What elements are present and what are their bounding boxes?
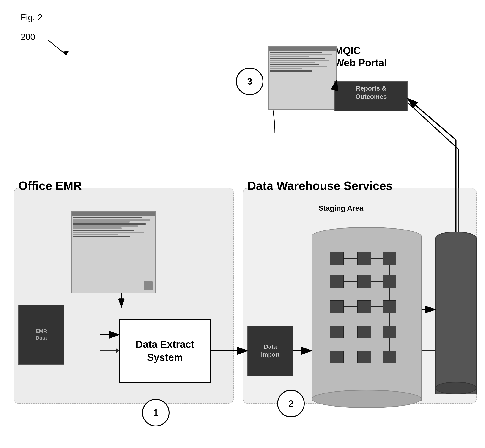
screen-line: [270, 60, 329, 61]
large-db-cylinder-bottom: [435, 382, 477, 394]
screen-line: [73, 217, 142, 218]
screen-line: [73, 225, 138, 227]
staging-square-15: [383, 351, 396, 363]
screen-content: [269, 51, 336, 72]
staging-square-14: [357, 351, 371, 363]
circle-node-1: 1: [142, 399, 170, 426]
emr-screen-mockup: [71, 211, 156, 294]
staging-square-3: [383, 252, 396, 265]
screen-line: [270, 54, 332, 55]
screen-line: [270, 52, 322, 53]
staging-square-2: [357, 252, 371, 265]
data-import-label: Data Import: [261, 343, 280, 359]
staging-square-10: [330, 326, 344, 338]
emr-screen-content: [72, 216, 155, 238]
dw-label: Data Warehouse Services: [247, 179, 393, 192]
svg-line-13: [401, 96, 458, 149]
screen-top-bar: [269, 47, 336, 51]
screen-line: [73, 232, 144, 233]
emr-source-label: EMRData: [36, 328, 47, 341]
node2-label: 2: [289, 399, 293, 409]
circle-node-2: 2: [277, 390, 305, 417]
screen-line: [73, 234, 117, 235]
data-extract-system-box: Data Extract System: [119, 319, 211, 383]
diagram-number: 200: [21, 32, 35, 42]
screen-line: [270, 58, 325, 59]
svg-marker-1: [63, 51, 69, 55]
staging-square-9: [383, 300, 396, 313]
staging-square-8: [357, 300, 371, 313]
large-db-cylinder-body: [435, 239, 477, 394]
emr-data-source-box: EMRData: [18, 305, 64, 365]
svg-line-45: [408, 99, 456, 140]
office-emr-label: Office EMR: [18, 179, 82, 192]
mqic-screen-mockup: [268, 46, 337, 110]
staging-square-12: [383, 326, 396, 338]
diagram-container: Fig. 2 200 MQIC Web Portal: [0, 0, 485, 448]
screen-line: [73, 221, 130, 223]
staging-square-4: [330, 275, 344, 288]
circle-node-3: 3: [236, 68, 264, 95]
data-import-box: Data Import: [247, 326, 293, 376]
svg-line-0: [48, 40, 66, 55]
screen-line: [270, 56, 309, 57]
screen-line: [270, 66, 327, 67]
staging-square-5: [357, 275, 371, 288]
mqic-text: MQIC Web Portal: [335, 45, 387, 68]
screen-line: [73, 227, 122, 229]
screen-icon: [144, 281, 153, 290]
staging-square-7: [330, 300, 344, 313]
screen-line: [270, 68, 302, 70]
figure-label: Fig. 2: [21, 13, 42, 23]
node1-label: 1: [153, 408, 158, 418]
staging-square-1: [330, 252, 344, 265]
screen-line: [73, 236, 130, 237]
screen-line: [73, 230, 134, 231]
staging-square-11: [357, 326, 371, 338]
screen-line: [270, 70, 312, 72]
data-extract-label: Data Extract System: [136, 338, 195, 364]
screen-line: [73, 219, 150, 221]
staging-square-13: [330, 351, 344, 363]
node3-label: 3: [247, 76, 252, 87]
reports-outcomes-box: Reports & Outcomes: [335, 81, 408, 111]
screen-line: [270, 62, 315, 63]
staging-cylinder-bottom-ellipse: [312, 390, 422, 408]
screen-line: [270, 64, 319, 65]
reports-label: Reports & Outcomes: [356, 85, 387, 100]
staging-square-6: [383, 275, 396, 288]
screen-line: [73, 223, 146, 225]
emr-screen-top: [72, 212, 155, 216]
staging-area-label: Staging Area: [318, 204, 363, 213]
mqic-label: MQIC Web Portal: [335, 45, 387, 69]
